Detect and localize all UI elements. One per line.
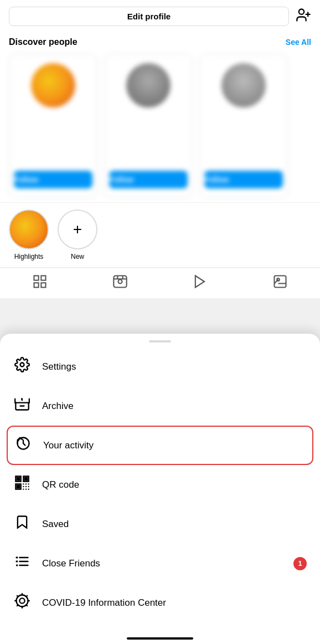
svg-point-17 — [20, 363, 24, 367]
covid-label: COVID-19 Information Center — [42, 597, 166, 609]
archive-label: Archive — [42, 401, 74, 412]
person-avatar — [126, 63, 171, 108]
person-avatar — [31, 63, 75, 108]
person-card: Follow — [199, 54, 288, 198]
play-tab-icon[interactable] — [192, 274, 208, 293]
follow-button[interactable]: Follow — [109, 171, 188, 188]
svg-point-42 — [16, 564, 18, 566]
person-card: Follow — [104, 54, 193, 198]
menu-item-your-activity[interactable]: Your activity — [7, 426, 313, 465]
saved-label: Saved — [42, 519, 69, 530]
settings-label: Settings — [42, 361, 76, 372]
svg-line-51 — [26, 596, 27, 597]
svg-point-8 — [118, 280, 122, 284]
covid-icon — [13, 593, 31, 612]
saved-icon — [13, 514, 31, 534]
svg-point-0 — [299, 9, 304, 14]
plus-icon: + — [73, 222, 82, 237]
sheet-handle — [149, 340, 171, 343]
edit-profile-bar: Edit profile — [0, 0, 320, 33]
archive-icon — [13, 396, 31, 416]
see-all-link[interactable]: See All — [286, 38, 311, 47]
highlight-circle-new: + — [58, 209, 97, 249]
svg-line-50 — [26, 605, 27, 606]
svg-rect-6 — [42, 283, 46, 287]
settings-icon — [13, 357, 31, 376]
grid-tab-icon[interactable] — [32, 274, 48, 293]
home-bar — [127, 637, 193, 640]
svg-rect-23 — [17, 478, 20, 481]
menu-item-covid[interactable]: COVID-19 Information Center — [0, 583, 320, 622]
person-card: Follow — [9, 54, 97, 198]
follow-button[interactable]: Follow — [14, 171, 92, 188]
qr-code-icon — [13, 475, 31, 494]
close-friends-badge: 1 — [293, 557, 307, 570]
svg-point-40 — [16, 556, 18, 559]
svg-rect-3 — [34, 276, 39, 280]
your-activity-icon — [14, 436, 32, 455]
svg-rect-24 — [25, 478, 28, 481]
profile-area: Edit profile Discover people See All Fol… — [0, 0, 320, 366]
highlight-item-highlights[interactable]: Highlights — [9, 209, 49, 260]
svg-rect-4 — [42, 276, 46, 280]
menu-item-qr-code[interactable]: QR code — [0, 465, 320, 504]
highlights-row: Highlights + New — [0, 202, 320, 268]
discover-title: Discover people — [9, 37, 78, 47]
menu-item-close-friends[interactable]: Close Friends 1 — [0, 544, 320, 583]
close-friends-icon — [13, 554, 31, 573]
svg-point-41 — [16, 560, 18, 563]
svg-line-52 — [17, 605, 18, 606]
menu-item-archive[interactable]: Archive — [0, 386, 320, 426]
menu-item-saved[interactable]: Saved — [0, 504, 320, 544]
your-activity-label: Your activity — [43, 440, 94, 451]
highlight-circle-highlights — [9, 209, 49, 249]
reels-tab-icon[interactable] — [112, 274, 128, 293]
svg-rect-7 — [113, 276, 126, 288]
add-person-icon[interactable] — [296, 7, 311, 26]
discover-header: Discover people See All — [9, 37, 311, 47]
people-cards: Follow Follow Follow — [9, 54, 311, 198]
menu-item-settings[interactable]: Settings — [0, 347, 320, 386]
edit-profile-button[interactable]: Edit profile — [9, 7, 289, 26]
close-friends-label: Close Friends — [42, 558, 100, 569]
person-avatar — [221, 63, 266, 108]
bottom-sheet: Settings Archive Your activity — [0, 334, 320, 644]
tag-tab-icon[interactable] — [272, 274, 288, 293]
highlight-label-new: New — [71, 253, 84, 260]
svg-line-49 — [17, 596, 18, 597]
svg-marker-12 — [195, 276, 204, 288]
tab-bar — [0, 268, 320, 298]
highlight-label-highlights: Highlights — [14, 253, 44, 260]
svg-rect-5 — [34, 283, 39, 287]
highlight-item-new[interactable]: + New — [58, 209, 97, 260]
discover-section: Discover people See All Follow Follow Fo… — [0, 33, 320, 202]
qr-code-label: QR code — [42, 479, 79, 490]
svg-point-44 — [19, 598, 24, 603]
svg-rect-25 — [17, 485, 20, 488]
follow-button[interactable]: Follow — [204, 171, 283, 188]
